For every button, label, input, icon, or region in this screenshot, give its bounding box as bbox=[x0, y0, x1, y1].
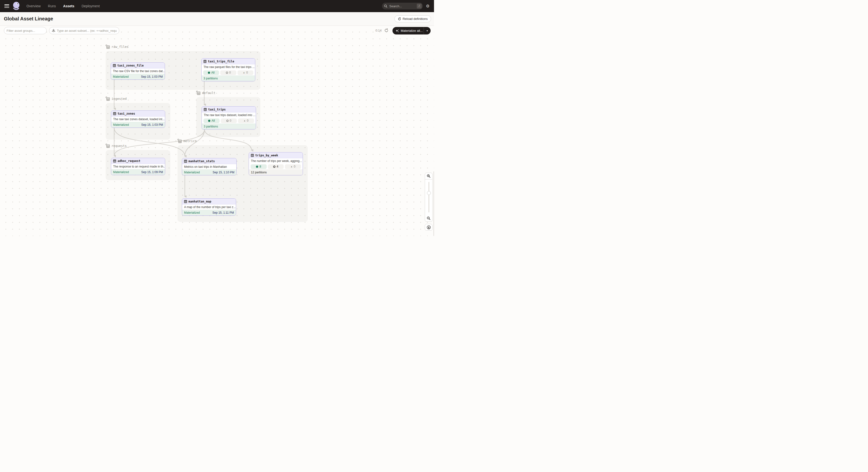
materialize-all-button[interactable]: Materialize all... ▾ bbox=[393, 27, 431, 34]
materialized-dot-icon bbox=[208, 120, 210, 122]
group-label-metrics[interactable]: metrics bbox=[178, 139, 197, 143]
table-icon bbox=[251, 154, 254, 157]
asset-node-manhattan-stats[interactable]: manhattan_stats Metrics on taxi trips in… bbox=[182, 158, 237, 175]
asset-subset-input[interactable] bbox=[57, 29, 117, 33]
zoom-in-button[interactable] bbox=[425, 172, 433, 180]
search-icon bbox=[383, 3, 388, 9]
gear-icon[interactable]: ⚙ bbox=[423, 4, 433, 9]
status-badge: Materialized bbox=[113, 75, 129, 78]
nav-item-deployment[interactable]: Deployment bbox=[82, 4, 100, 8]
asset-group-icon bbox=[106, 144, 110, 148]
partitions-failed-pill[interactable]: ▲0 bbox=[285, 164, 301, 169]
refresh-timer: 0:14 bbox=[375, 29, 381, 32]
reload-definitions-button[interactable]: Reload definitions bbox=[395, 15, 431, 22]
status-badge: Materialized bbox=[184, 211, 200, 214]
filter-asset-groups-field[interactable] bbox=[4, 27, 46, 34]
missing-ring-icon bbox=[273, 166, 275, 168]
partitions-materialized-pill[interactable]: All bbox=[204, 119, 220, 123]
table-icon bbox=[113, 64, 116, 67]
table-icon bbox=[184, 160, 187, 163]
search-shortcut-badge: / bbox=[417, 4, 422, 8]
materialization-time: Sep 15, 1:11 PM bbox=[213, 211, 234, 214]
status-badge: Materialized bbox=[113, 170, 129, 174]
partitions-count[interactable]: 12 partitions bbox=[251, 171, 267, 174]
asset-node-taxi-trips[interactable]: taxi_trips The raw taxi trips dataset, l… bbox=[202, 106, 256, 129]
partitions-failed-pill[interactable]: ▲0 bbox=[238, 70, 253, 75]
global-search[interactable]: / bbox=[382, 3, 423, 9]
nav-item-assets[interactable]: Assets bbox=[63, 4, 74, 8]
refresh-countdown-icon[interactable] bbox=[384, 28, 389, 33]
asset-node-manhattan-map[interactable]: manhattan_map A map of the number of tri… bbox=[182, 198, 236, 216]
zoom-slider-track[interactable] bbox=[428, 182, 429, 213]
asset-group-icon bbox=[106, 97, 110, 101]
zoom-out-button[interactable] bbox=[425, 215, 433, 222]
materialize-options-caret[interactable]: ▾ bbox=[424, 29, 431, 32]
failed-triangle-icon: ▲ bbox=[243, 72, 245, 74]
asset-group-icon bbox=[196, 91, 200, 95]
refresh-icon bbox=[398, 17, 401, 21]
asset-node-adhoc-request[interactable]: adhoc_request The response to an request… bbox=[111, 158, 165, 175]
partitions-missing-pill[interactable]: 0 bbox=[221, 119, 237, 123]
materialization-time: Sep 15, 1:09 PM bbox=[141, 170, 163, 174]
missing-ring-icon bbox=[226, 72, 228, 74]
main-nav: Overview Runs Assets Deployment bbox=[27, 4, 100, 8]
asset-node-taxi-trips-file[interactable]: taxi_trips_file The raw parquet files fo… bbox=[202, 58, 255, 81]
materialization-time: Sep 15, 1:03 PM bbox=[141, 123, 163, 126]
partitions-count[interactable]: 3 partitions bbox=[204, 125, 218, 128]
partitions-materialized-pill[interactable]: 8 bbox=[251, 164, 267, 169]
asset-node-taxi-zones-file[interactable]: taxi_zones_file The raw CSV file for the… bbox=[111, 62, 165, 80]
group-label-default[interactable]: default bbox=[196, 91, 215, 95]
sparkle-icon bbox=[395, 29, 399, 33]
failed-triangle-icon: ▲ bbox=[244, 120, 246, 122]
zoom-slider-handle[interactable] bbox=[427, 191, 431, 195]
group-label-ingested[interactable]: ingested bbox=[106, 97, 127, 101]
zoom-slider[interactable] bbox=[425, 180, 433, 215]
table-icon bbox=[204, 60, 207, 63]
lineage-toolbar: 0:14 Materialize all... ▾ bbox=[0, 27, 434, 35]
partitions-missing-pill[interactable]: 4 bbox=[268, 164, 284, 169]
hamburger-menu-icon[interactable] bbox=[4, 4, 9, 8]
zoom-controls bbox=[425, 172, 433, 222]
partitions-failed-pill[interactable]: ▲0 bbox=[238, 119, 254, 123]
status-badge: Materialized bbox=[113, 123, 129, 126]
table-icon bbox=[113, 159, 116, 162]
partitions-materialized-pill[interactable]: All bbox=[203, 70, 219, 75]
dagster-logo[interactable] bbox=[12, 2, 21, 10]
group-label-requests[interactable]: requests bbox=[106, 144, 127, 148]
asset-node-trips-by-week[interactable]: trips_by_week The number of trips per we… bbox=[249, 152, 303, 175]
materialized-dot-icon bbox=[256, 166, 258, 168]
table-icon bbox=[204, 108, 207, 111]
page-header: Global Asset Lineage Reload definitions bbox=[0, 12, 434, 26]
search-input[interactable] bbox=[389, 4, 413, 8]
asset-group-icon bbox=[106, 45, 110, 49]
materialized-dot-icon bbox=[208, 72, 210, 74]
lineage-canvas[interactable]: 0:14 Materialize all... ▾ raw_files inge… bbox=[0, 26, 434, 236]
failed-triangle-icon: ▲ bbox=[290, 166, 293, 168]
partition-health-pills: All 0 ▲0 bbox=[202, 118, 256, 124]
asset-selection-icon bbox=[52, 29, 55, 33]
partition-health-pills: 8 4 ▲0 bbox=[249, 164, 303, 169]
partition-health-pills: All 0 ▲0 bbox=[202, 70, 255, 75]
table-icon bbox=[184, 200, 187, 203]
page-title: Global Asset Lineage bbox=[4, 16, 53, 22]
partitions-missing-pill[interactable]: 0 bbox=[220, 70, 236, 75]
filter-asset-groups-input[interactable] bbox=[6, 29, 44, 33]
nav-item-runs[interactable]: Runs bbox=[48, 4, 56, 8]
asset-group-icon bbox=[178, 139, 182, 143]
materialization-time: Sep 15, 1:10 PM bbox=[213, 171, 235, 174]
status-badge: Materialized bbox=[184, 171, 200, 174]
table-icon bbox=[113, 112, 116, 115]
canvas-scroll-rail bbox=[434, 171, 434, 236]
asset-node-taxi-zones[interactable]: taxi_zones The raw taxi zones dataset, l… bbox=[111, 111, 165, 128]
nav-item-overview[interactable]: Overview bbox=[27, 4, 40, 8]
asset-subset-field[interactable] bbox=[49, 27, 119, 34]
partitions-count[interactable]: 3 partitions bbox=[204, 77, 218, 80]
top-nav-bar: Overview Runs Assets Deployment / ⚙ bbox=[0, 0, 434, 12]
group-label-raw-files[interactable]: raw_files bbox=[106, 45, 128, 49]
materialization-time: Sep 15, 1:03 PM bbox=[141, 75, 163, 78]
missing-ring-icon bbox=[226, 120, 228, 122]
download-image-button[interactable] bbox=[425, 224, 433, 231]
